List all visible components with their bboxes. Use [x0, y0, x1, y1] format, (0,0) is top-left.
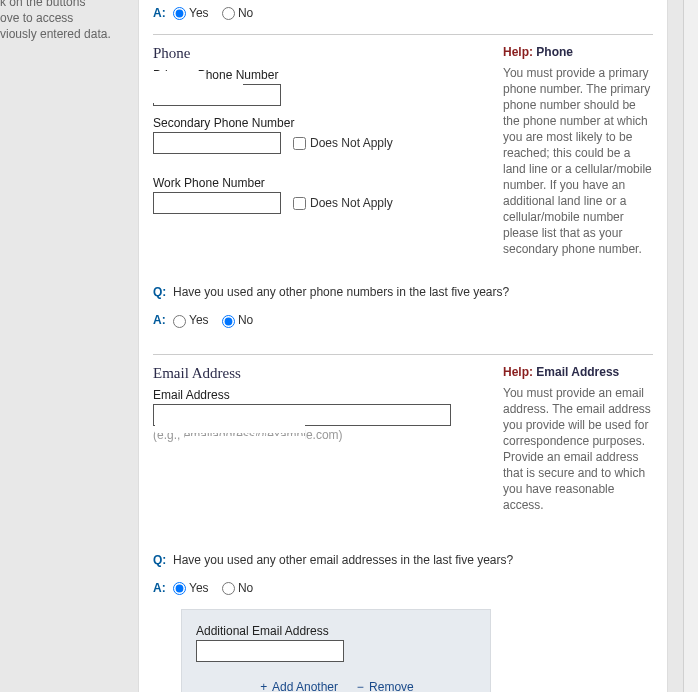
- radio-no-emails[interactable]: [222, 582, 235, 595]
- email-input[interactable]: [153, 404, 451, 426]
- radio-no-top-text: No: [238, 6, 253, 20]
- secondary-dna-checkbox[interactable]: [293, 137, 306, 150]
- help-phone: Help: Phone You must provide a primary p…: [503, 41, 653, 257]
- help-title-email: Email Address: [536, 365, 619, 379]
- radio-yes-emails[interactable]: [173, 582, 186, 595]
- help-prefix-phone: Help:: [503, 45, 533, 59]
- answer-label: A:: [153, 6, 173, 20]
- divider: [153, 354, 653, 355]
- help-prefix-email: Help:: [503, 365, 533, 379]
- radio-yes-phones[interactable]: [173, 315, 186, 328]
- question-other-phones: Q: Have you used any other phone numbers…: [153, 285, 653, 327]
- q-text-phones: Have you used any other phone numbers in…: [173, 285, 653, 299]
- primary-phone-label: Primary Phone Number: [153, 68, 489, 82]
- section-email: Email Address Email Address (e.g., email…: [153, 361, 653, 513]
- radio-yes-top-text: Yes: [189, 6, 209, 20]
- secondary-phone-input[interactable]: [153, 132, 281, 154]
- section-title-phone: Phone: [153, 45, 489, 62]
- primary-phone-input[interactable]: [153, 84, 281, 106]
- q-label-phones: Q:: [153, 285, 173, 299]
- work-phone-input[interactable]: [153, 192, 281, 214]
- radio-no-phones-text: No: [238, 313, 253, 327]
- radio-no-emails-text: No: [238, 581, 253, 595]
- q-text-emails: Have you used any other email addresses …: [173, 553, 653, 567]
- radio-yes-top[interactable]: [173, 7, 186, 20]
- help-body-phone: You must provide a primary phone number.…: [503, 65, 653, 257]
- radio-no-phones[interactable]: [222, 315, 235, 328]
- email-label: Email Address: [153, 388, 489, 402]
- radio-no-phones-label[interactable]: No: [222, 313, 253, 327]
- radio-no-emails-label[interactable]: No: [222, 581, 253, 595]
- additional-email-block: Additional Email Address + Add Another −…: [181, 609, 491, 692]
- left-sidebar-hint: k on the buttons ove to access viously e…: [0, 0, 130, 42]
- radio-yes-phones-text: Yes: [189, 313, 209, 327]
- add-another-link[interactable]: Add Another: [272, 680, 338, 692]
- help-email: Help: Email Address You must provide an …: [503, 361, 653, 513]
- help-title-phone: Phone: [536, 45, 573, 59]
- minus-icon: −: [357, 680, 364, 692]
- secondary-dna-text: Does Not Apply: [310, 136, 393, 150]
- secondary-dna-label[interactable]: Does Not Apply: [289, 134, 393, 153]
- scrollbar-track[interactable]: [683, 0, 698, 692]
- radio-no-top-label[interactable]: No: [222, 6, 253, 20]
- page-root: k on the buttons ove to access viously e…: [0, 0, 698, 692]
- answer-row-top: A: Yes No: [153, 6, 653, 20]
- section-phone: Phone Primary Phone Number Secondary Pho…: [153, 41, 653, 257]
- q-label-emails: Q:: [153, 553, 173, 567]
- a-label-phones: A:: [153, 313, 173, 327]
- radio-yes-emails-text: Yes: [189, 581, 209, 595]
- radio-no-top[interactable]: [222, 7, 235, 20]
- work-dna-checkbox[interactable]: [293, 197, 306, 210]
- work-dna-label[interactable]: Does Not Apply: [289, 194, 393, 213]
- work-dna-text: Does Not Apply: [310, 196, 393, 210]
- additional-email-input[interactable]: [196, 640, 344, 662]
- email-example: (e.g., emailaddress@example.com): [153, 428, 489, 442]
- radio-group-top: Yes No: [173, 6, 263, 20]
- radio-yes-phones-label[interactable]: Yes: [173, 313, 209, 327]
- work-phone-label: Work Phone Number: [153, 176, 489, 190]
- radio-yes-emails-label[interactable]: Yes: [173, 581, 209, 595]
- section-title-email: Email Address: [153, 365, 489, 382]
- a-label-emails: A:: [153, 581, 173, 595]
- help-body-email: You must provide an email address. The e…: [503, 385, 653, 513]
- additional-email-label: Additional Email Address: [196, 624, 476, 638]
- divider: [153, 34, 653, 35]
- radio-yes-top-label[interactable]: Yes: [173, 6, 209, 20]
- secondary-phone-label: Secondary Phone Number: [153, 116, 489, 130]
- radio-group-phones: Yes No: [173, 313, 263, 327]
- form-panel: A: Yes No Phone Primary Phone Number Sec…: [138, 0, 668, 692]
- radio-group-emails: Yes No: [173, 581, 263, 595]
- question-other-emails: Q: Have you used any other email address…: [153, 553, 653, 595]
- remove-link[interactable]: Remove: [369, 680, 414, 692]
- plus-icon: +: [260, 680, 267, 692]
